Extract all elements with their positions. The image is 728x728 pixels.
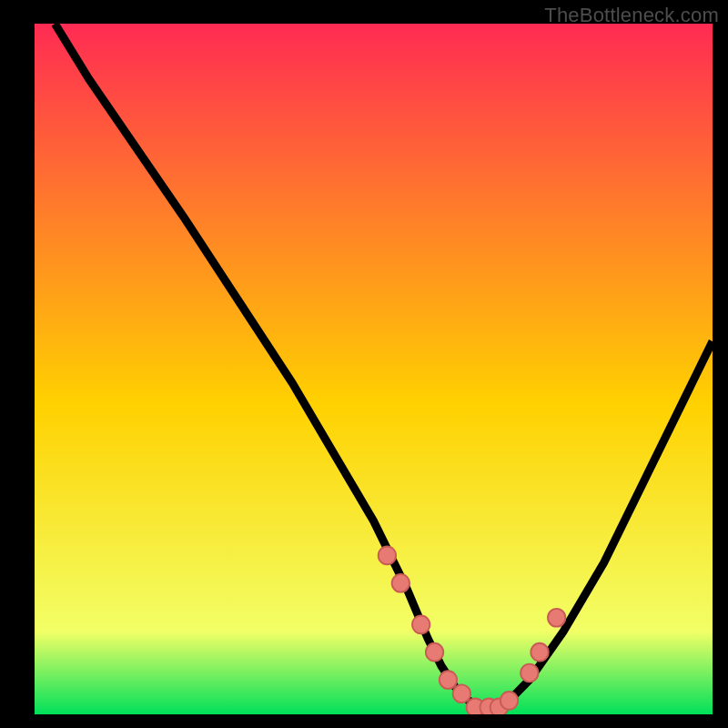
highlight-dot: [440, 671, 457, 689]
gradient-background: [35, 24, 713, 714]
chart-frame: TheBottleneck.com: [0, 0, 728, 728]
highlight-dot: [521, 664, 538, 682]
highlight-dot: [453, 684, 470, 703]
highlight-dot: [379, 547, 396, 565]
highlight-dot: [531, 643, 548, 662]
watermark-text: TheBottleneck.com: [544, 4, 719, 27]
highlight-dot: [500, 692, 518, 710]
highlight-dot: [426, 643, 443, 662]
highlight-dot: [412, 615, 430, 633]
highlight-dot: [392, 574, 410, 592]
highlight-dot: [548, 609, 565, 627]
bottleneck-chart: [35, 24, 713, 714]
